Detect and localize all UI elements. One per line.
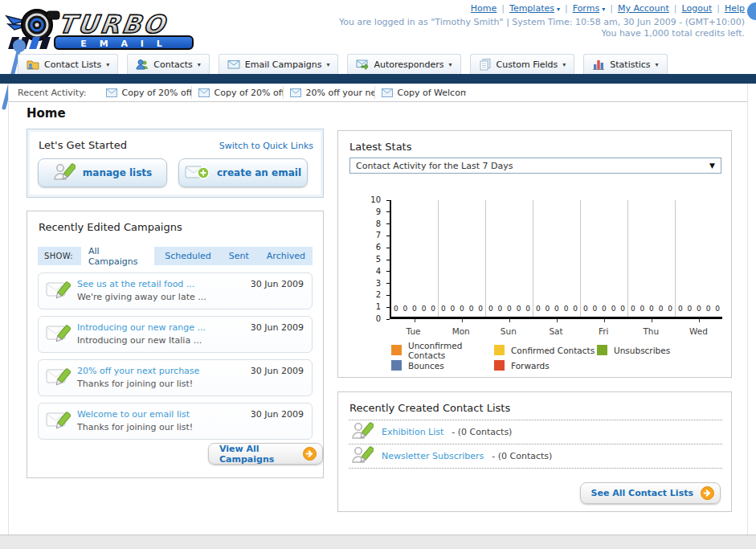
recent-activity-item[interactable]: Copy of 20% off yc — [100, 86, 191, 99]
chart-day-group: 00000 — [391, 200, 439, 317]
filter-scheduled[interactable]: Scheduled — [157, 248, 219, 264]
campaigns-panel: Recently Edited Campaigns SHOW: All Camp… — [27, 211, 324, 478]
tab-custom-fields[interactable]: Custom Fields▾ — [470, 54, 575, 74]
chevron-down-icon: ▾ — [106, 61, 109, 68]
chevron-down-icon: ▾ — [448, 61, 452, 68]
contact-list-row[interactable]: Newsletter Subscribers- (0 Contacts) — [349, 445, 722, 469]
campaign-list: See us at the retail food ...We're givin… — [38, 272, 313, 440]
get-started-buttons: manage listscreate an email — [38, 158, 308, 187]
see-all-contact-lists-button[interactable]: See All Contact Lists — [580, 482, 721, 504]
login-status-text: You are logged in as "Timothy Smith" | S… — [339, 17, 745, 27]
contact-list-link[interactable]: Exhibition List — [382, 427, 443, 437]
manage-lists-button[interactable]: manage lists — [38, 158, 167, 187]
chart-day-group: 00000 — [533, 200, 581, 317]
y-axis-label: 1 — [365, 302, 381, 311]
campaign-title-link[interactable]: See us at the retail food ... — [77, 279, 194, 289]
filter-sent[interactable]: Sent — [222, 248, 256, 264]
campaign-card[interactable]: Introducing our new range ...Introducing… — [38, 316, 313, 353]
recent-activity-label: Recent Activity: — [18, 88, 87, 98]
chevron-down-icon: ▾ — [557, 6, 560, 13]
tab-email-campaigns[interactable]: Email Campaigns▾ — [219, 54, 339, 74]
bar-value-label: 0 — [403, 305, 408, 313]
recent-activity-bar: Recent Activity: Copy of 20% off ycCopy … — [8, 84, 748, 102]
list-edit-icon — [351, 445, 374, 467]
campaign-card[interactable]: Welcome to our email listThanks for join… — [38, 403, 313, 440]
switch-quick-links-link[interactable]: Switch to Quick Links — [219, 141, 313, 151]
campaign-title-link[interactable]: 20% off your next purchase — [77, 366, 199, 376]
x-axis-tick — [509, 319, 510, 322]
decoration-dot — [747, 2, 756, 20]
nav-separator: | — [610, 3, 613, 14]
campaign-title-link[interactable]: Welcome to our email list — [77, 409, 190, 420]
logo-word-email: E M A I L — [80, 39, 166, 49]
bar-value-label: 0 — [460, 305, 464, 313]
recent-activity-item[interactable]: 20% off your next — [283, 86, 374, 99]
campaign-edit-icon — [46, 280, 72, 303]
create-email-icon — [185, 164, 210, 182]
chart-day-group: 00000 — [676, 200, 722, 317]
y-axis-label: 2 — [365, 290, 381, 299]
legend-label: Bounces — [408, 361, 444, 371]
y-axis-label: 0 — [365, 314, 381, 323]
y-axis-label: 8 — [365, 219, 381, 228]
bar-value-label: 0 — [631, 305, 635, 313]
tab-label: Contact Lists — [44, 59, 101, 70]
recent-activity-item[interactable]: Copy of 20% off yc — [191, 86, 283, 99]
bar-value-label: 0 — [564, 305, 569, 313]
recent-activity-item-label: 20% off your next — [306, 88, 374, 98]
chart-day-group: 00000 — [439, 200, 486, 317]
bar-value-label: 0 — [451, 305, 456, 313]
top-link-logout[interactable]: Logout — [682, 3, 713, 14]
view-all-campaigns-button[interactable]: View All Campaigns — [208, 443, 323, 465]
create-an-email-button[interactable]: create an email — [178, 158, 308, 187]
campaign-title-link[interactable]: Introducing our new range ... — [77, 322, 206, 333]
contact-list-link[interactable]: Newsletter Subscribers — [382, 451, 484, 461]
chevron-down-icon: ▾ — [562, 61, 566, 68]
stats-period-select[interactable]: Contact Activity for the Last 7 Days ▼ — [349, 158, 721, 174]
x-axis-tick — [557, 319, 558, 322]
credits-text: You have 1,000 total credits left. — [601, 28, 745, 39]
email-campaigns-icon — [227, 58, 240, 71]
y-axis-label: 6 — [365, 243, 381, 252]
contact-list-row[interactable]: Exhibition List- (0 Contacts) — [349, 420, 722, 445]
bar-value-label: 0 — [649, 305, 654, 313]
campaign-card[interactable]: See us at the retail food ...We're givin… — [38, 272, 313, 309]
main-tabs: Contact Lists▾Contacts▾Email Campaigns▾A… — [18, 54, 668, 74]
top-link-templates[interactable]: Templates▾ — [509, 3, 560, 14]
turbo-email-logo[interactable]: TURBO E M A I L — [5, 5, 198, 55]
manage-lists-icon — [53, 162, 76, 184]
top-link-home[interactable]: Home — [471, 3, 497, 14]
arrow-right-icon — [701, 486, 714, 500]
campaign-card[interactable]: 20% off your next purchaseThanks for joi… — [38, 359, 313, 396]
tab-contact-lists[interactable]: Contact Lists▾ — [18, 54, 118, 74]
bar-value-label: 0 — [412, 305, 417, 313]
bar-value-label: 0 — [620, 305, 625, 313]
x-axis-label: Mon — [437, 326, 484, 336]
campaign-date: 30 Jun 2009 — [251, 366, 304, 376]
tab-autoresponders[interactable]: Autoresponders▾ — [347, 54, 460, 74]
campaign-subject: Thanks for joining our list! — [77, 422, 193, 432]
x-axis-tick — [652, 319, 652, 322]
legend-swatch — [391, 360, 402, 371]
filter-archived[interactable]: Archived — [259, 248, 313, 264]
top-link-forms[interactable]: Forms▾ — [573, 3, 605, 14]
campaign-subject: Thanks for joining our list! — [77, 379, 193, 389]
x-axis-label: Sun — [484, 326, 532, 336]
filter-all-campaigns[interactable]: All Campaigns — [81, 244, 154, 269]
tab-statistics[interactable]: Statistics▾ — [583, 54, 667, 74]
top-link-my-account[interactable]: My Account — [618, 3, 669, 14]
top-link-help[interactable]: Help — [725, 3, 745, 14]
chevron-down-icon: ▾ — [326, 61, 329, 68]
y-axis-label: 7 — [365, 231, 381, 240]
recent-activity-item-label: Copy of 20% off yc — [215, 88, 283, 98]
campaign-subject: We're giving away our late ... — [77, 292, 206, 302]
nav-divider-bar — [0, 74, 756, 84]
nav-separator: | — [674, 3, 677, 14]
app-window: TURBO E M A I L Home|Templates▾|Forms▾|M… — [0, 0, 756, 549]
recent-activity-item[interactable]: Copy of Welcome tc — [374, 86, 466, 99]
campaign-date: 30 Jun 2009 — [251, 322, 304, 333]
top-nav: Home|Templates▾|Forms▾|My Account|Logout… — [471, 3, 745, 14]
recent-activity-items: Copy of 20% off ycCopy of 20% off yc20% … — [100, 84, 466, 101]
tab-contacts[interactable]: Contacts▾ — [127, 54, 210, 74]
recent-activity-item-label: Copy of 20% off yc — [122, 88, 191, 98]
